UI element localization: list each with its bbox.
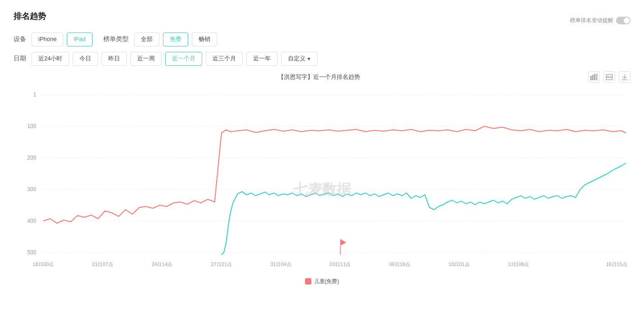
svg-text:10日01点: 10日01点 xyxy=(449,262,470,267)
chart-toggle-icon[interactable] xyxy=(588,71,600,83)
svg-rect-2 xyxy=(594,74,595,80)
chart-svg: 1 100 200 300 400 500 18日00点 21日07点 24日1… xyxy=(14,86,630,275)
chart-type-paid-btn[interactable]: 畅销 xyxy=(192,32,217,46)
date-3month-btn[interactable]: 近三个月 xyxy=(206,52,243,66)
date-year-btn[interactable]: 近一年 xyxy=(246,52,278,66)
svg-text:24日14点: 24日14点 xyxy=(152,262,173,267)
device-iphone-btn[interactable]: iPhone xyxy=(32,32,63,46)
chart-area: 1 100 200 300 400 500 18日00点 21日07点 24日1… xyxy=(14,86,630,275)
date-today-btn[interactable]: 今日 xyxy=(73,52,98,66)
download-icon[interactable] xyxy=(619,71,630,83)
legend-label: 儿童(免费) xyxy=(314,278,339,285)
svg-text:300: 300 xyxy=(27,186,37,193)
svg-text:27日21点: 27日21点 xyxy=(211,262,232,267)
date-month-btn[interactable]: 近一个月 xyxy=(165,52,202,66)
svg-text:06日18点: 06日18点 xyxy=(389,262,410,267)
svg-text:18日00点: 18日00点 xyxy=(32,262,54,267)
svg-rect-0 xyxy=(590,76,592,80)
chart-title: 【洪恩写字】近一个月排名趋势 xyxy=(50,73,588,81)
chart-type-all-btn[interactable]: 全部 xyxy=(134,32,159,46)
svg-text:13日08点: 13日08点 xyxy=(508,262,529,267)
date-custom-btn[interactable]: 自定义▼ xyxy=(281,52,318,66)
svg-text:03日11点: 03日11点 xyxy=(330,262,351,267)
alert-label: 榜单排名变动提醒 xyxy=(570,17,613,24)
svg-text:1: 1 xyxy=(33,92,37,98)
chart-type-free-btn[interactable]: 免费 xyxy=(163,32,188,46)
svg-text:500: 500 xyxy=(27,249,37,256)
svg-text:400: 400 xyxy=(27,218,37,224)
legend-icon xyxy=(305,278,311,284)
chart-type-filter-label: 榜单类型 xyxy=(103,35,129,43)
date-24h-btn[interactable]: 近24小时 xyxy=(32,52,69,66)
device-filter-label: 设备 xyxy=(14,35,26,43)
svg-rect-1 xyxy=(592,75,593,80)
date-yesterday-btn[interactable]: 昨日 xyxy=(102,52,127,66)
date-week-btn[interactable]: 近一周 xyxy=(130,52,162,66)
svg-marker-31 xyxy=(340,239,346,246)
date-filter-label: 日期 xyxy=(14,55,26,63)
page-title: 排名趋势 xyxy=(14,11,46,22)
svg-text:200: 200 xyxy=(27,155,37,161)
svg-text:16日15点: 16日15点 xyxy=(606,262,627,267)
alert-toggle-switch[interactable] xyxy=(616,17,630,24)
svg-text:31日04点: 31日04点 xyxy=(270,262,292,267)
device-ipad-btn[interactable]: iPad xyxy=(67,32,92,46)
chart-legend: 儿童(免费) xyxy=(14,278,630,285)
image-icon[interactable] xyxy=(603,71,615,83)
svg-text:100: 100 xyxy=(27,123,37,129)
svg-text:21日07点: 21日07点 xyxy=(92,262,113,267)
